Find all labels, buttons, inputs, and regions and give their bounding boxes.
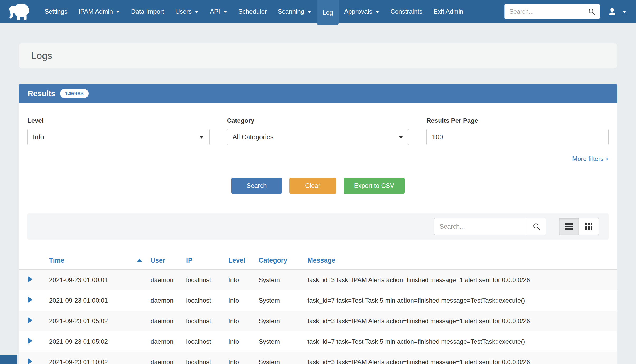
main-container: Logs Results 146983 Level Info Category bbox=[19, 43, 617, 364]
level-select-value: Info bbox=[33, 133, 44, 141]
nav-item-approvals[interactable]: Approvals bbox=[339, 0, 385, 23]
grid-view-button[interactable] bbox=[579, 218, 599, 235]
user-menu[interactable] bbox=[608, 7, 627, 16]
header-user[interactable]: User bbox=[146, 250, 181, 270]
nav-item-settings[interactable]: Settings bbox=[39, 0, 73, 23]
nav-item-ipam-admin[interactable]: IPAM Admin bbox=[73, 0, 126, 23]
expand-row-icon[interactable] bbox=[28, 317, 32, 323]
expand-row-icon[interactable] bbox=[28, 358, 32, 364]
nav-search-input[interactable] bbox=[504, 4, 584, 19]
sort-ascending-icon bbox=[137, 259, 142, 262]
clear-button[interactable]: Clear bbox=[289, 178, 336, 194]
header-message[interactable]: Message bbox=[302, 250, 617, 270]
results-panel-heading: Results 146983 bbox=[19, 84, 617, 103]
table-row: 2021-09-23 01:10:02 daemon localhost Inf… bbox=[19, 352, 617, 364]
table-row: 2021-09-23 01:00:01 daemon localhost Inf… bbox=[19, 270, 617, 290]
cell-user: daemon bbox=[146, 290, 181, 311]
navbar: Settings IPAM Admin Data Import Users AP… bbox=[0, 0, 636, 23]
header-category[interactable]: Category bbox=[254, 250, 302, 270]
footer-strip bbox=[0, 355, 17, 364]
nav-item-api[interactable]: API bbox=[204, 0, 233, 23]
nav-item-scheduler[interactable]: Scheduler bbox=[233, 0, 272, 23]
results-count-badge: 146983 bbox=[60, 89, 89, 98]
phpipam-mammoth-logo[interactable] bbox=[0, 0, 39, 23]
table-row: 2021-09-23 01:00:01 daemon localhost Inf… bbox=[19, 290, 617, 311]
cell-message: task_id=3 task=IPAM Alerts action=finish… bbox=[302, 270, 617, 290]
nav-item-log[interactable]: Log bbox=[317, 0, 339, 25]
cell-category: System bbox=[254, 270, 302, 290]
grid-view-icon bbox=[585, 223, 592, 230]
nav-search-button[interactable] bbox=[584, 4, 600, 19]
cell-category: System bbox=[254, 331, 302, 352]
per-page-input[interactable] bbox=[426, 129, 609, 145]
nav-item-constraints[interactable]: Constraints bbox=[385, 0, 428, 23]
cell-time: 2021-09-23 01:00:01 bbox=[40, 270, 146, 290]
export-csv-button[interactable]: Export to CSV bbox=[344, 178, 405, 194]
cell-user: daemon bbox=[146, 352, 181, 364]
chevron-down-icon bbox=[375, 11, 379, 13]
level-label: Level bbox=[27, 117, 210, 124]
category-select[interactable]: All Categories bbox=[227, 129, 409, 145]
cell-ip: localhost bbox=[181, 311, 223, 331]
list-view-button[interactable] bbox=[559, 218, 579, 235]
cell-category: System bbox=[254, 290, 302, 311]
filter-category: Category All Categories bbox=[227, 117, 409, 145]
header-expand bbox=[19, 250, 40, 270]
list-view-icon bbox=[565, 223, 573, 230]
chevron-right-icon: › bbox=[606, 154, 608, 163]
chevron-down-icon bbox=[307, 11, 311, 13]
results-title: Results bbox=[28, 89, 55, 98]
cell-level: Info bbox=[223, 352, 254, 364]
cell-level: Info bbox=[223, 290, 254, 311]
page-title-panel: Logs bbox=[19, 43, 617, 68]
table-search-input[interactable] bbox=[434, 218, 527, 235]
table-row: 2021-09-23 01:05:02 daemon localhost Inf… bbox=[19, 311, 617, 331]
expand-row-icon[interactable] bbox=[28, 297, 32, 303]
nav-item-data-import[interactable]: Data Import bbox=[126, 0, 170, 23]
table-search-button[interactable] bbox=[527, 218, 546, 235]
table-header-row: Time User IP Level Category Message bbox=[19, 250, 617, 270]
mammoth-icon bbox=[8, 2, 31, 21]
chevron-down-icon bbox=[399, 136, 403, 139]
cell-time: 2021-09-23 01:05:02 bbox=[40, 331, 146, 352]
expand-row-icon[interactable] bbox=[28, 338, 32, 344]
cell-user: daemon bbox=[146, 311, 181, 331]
category-select-value: All Categories bbox=[233, 133, 274, 141]
chevron-down-icon bbox=[199, 136, 204, 139]
header-level[interactable]: Level bbox=[223, 250, 254, 270]
cell-ip: localhost bbox=[181, 331, 223, 352]
cell-ip: localhost bbox=[181, 352, 223, 364]
cell-user: daemon bbox=[146, 270, 181, 290]
nav-item-scanning[interactable]: Scanning bbox=[272, 0, 317, 23]
nav-item-exit-admin[interactable]: Exit Admin bbox=[428, 0, 469, 23]
cell-category: System bbox=[254, 352, 302, 364]
page-title: Logs bbox=[31, 50, 52, 61]
filters-row: Level Info Category All Categories Resul… bbox=[19, 117, 617, 145]
cell-level: Info bbox=[223, 311, 254, 331]
expand-row-icon[interactable] bbox=[28, 276, 32, 282]
chevron-down-icon bbox=[223, 11, 227, 13]
search-icon bbox=[533, 223, 541, 230]
cell-time: 2021-09-23 01:00:01 bbox=[40, 290, 146, 311]
filter-level: Level Info bbox=[27, 117, 210, 145]
chevron-down-icon bbox=[622, 11, 627, 13]
level-select[interactable]: Info bbox=[27, 129, 210, 145]
chevron-down-icon bbox=[116, 11, 120, 13]
header-time[interactable]: Time bbox=[40, 250, 146, 270]
header-ip[interactable]: IP bbox=[181, 250, 223, 270]
nav-right bbox=[504, 0, 627, 23]
cell-message: task_id=3 task=IPAM Alerts action=finish… bbox=[302, 311, 617, 331]
cell-ip: localhost bbox=[181, 290, 223, 311]
nav-menu: Settings IPAM Admin Data Import Users AP… bbox=[39, 0, 469, 23]
filter-per-page: Results Per Page bbox=[426, 117, 609, 145]
nav-search-group bbox=[504, 4, 600, 19]
more-filters-link[interactable]: More filters bbox=[572, 155, 604, 162]
table-toolbar bbox=[27, 213, 609, 240]
search-button[interactable]: Search bbox=[231, 178, 282, 194]
cell-time: 2021-09-23 01:10:02 bbox=[40, 352, 146, 364]
table-search-group bbox=[434, 218, 546, 235]
cell-message: task_id=7 task=Test Task 5 min action=fi… bbox=[302, 331, 617, 352]
results-panel: Results 146983 Level Info Category All C… bbox=[19, 84, 617, 364]
nav-item-users[interactable]: Users bbox=[170, 0, 204, 23]
search-icon bbox=[588, 8, 595, 15]
